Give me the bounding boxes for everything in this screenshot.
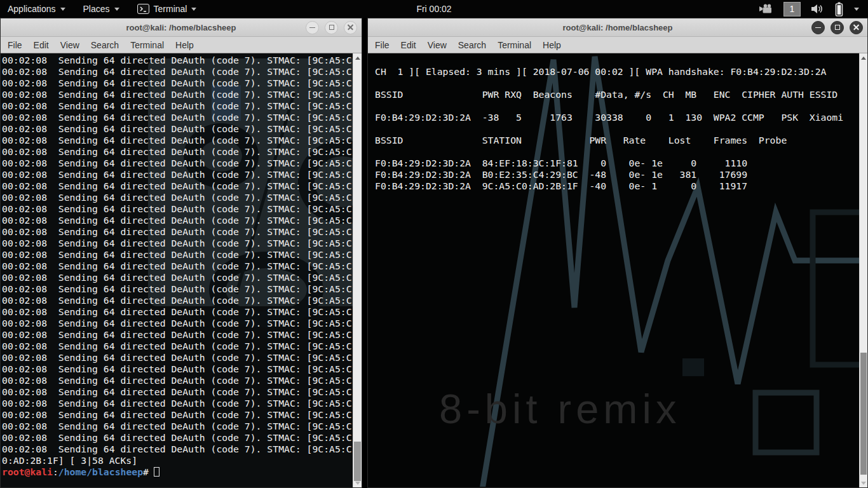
terminal-icon [137,4,149,14]
menu-item-help[interactable]: Help [170,40,200,50]
menu-item-file[interactable]: File [369,40,395,50]
top-bar: Applications Places Terminal Fri 00:02 1 [0,0,868,18]
minimize-icon [309,27,315,28]
close-icon [853,24,860,31]
right-window-buttons [811,18,863,36]
clock[interactable]: Fri 00:02 [416,4,451,14]
places-menu[interactable]: Places [83,4,119,14]
maximize-icon [329,25,334,30]
workspace-indicator[interactable]: 1 [783,2,801,17]
close-button[interactable] [850,21,863,34]
left-window-titlebar[interactable]: root@kali: /home/blacsheep [1,18,362,37]
scrollbar-thumb[interactable] [860,353,867,475]
applications-menu[interactable]: Applications [8,4,65,14]
battery-icon[interactable] [835,2,843,17]
caret-down-icon [114,8,119,11]
menu-item-search[interactable]: Search [85,40,125,50]
left-terminal-screen[interactable]: 00:02:08 Sending 64 directed DeAuth (cod… [1,53,362,487]
maximize-button[interactable] [325,21,338,34]
close-button[interactable] [344,21,357,34]
scroll-up-arrow[interactable] [353,53,362,62]
caret-down-icon[interactable] [854,8,859,11]
left-window-title: root@kali: /home/blacsheep [126,23,236,32]
caret-down-icon [191,8,196,11]
right-window-titlebar[interactable]: root@kali: /home/blacsheep [368,18,867,37]
left-terminal-window: root@kali: /home/blacsheep FileEditViewS… [0,18,362,488]
volume-icon[interactable] [811,4,824,14]
maximize-icon [835,25,840,30]
menu-item-search[interactable]: Search [452,40,492,50]
scroll-up-arrow[interactable] [860,53,867,62]
minimize-button[interactable] [306,21,319,34]
minimize-button[interactable] [811,21,825,34]
top-bar-menus: Applications Places Terminal [0,4,196,14]
right-window-title: root@kali: /home/blacsheep [562,23,672,32]
prompt-user-host: root@kali [2,466,53,477]
scrollbar-thumb[interactable] [354,442,361,481]
scroll-down-arrow[interactable] [353,478,362,487]
left-terminal-output: 00:02:08 Sending 64 directed DeAuth (cod… [2,55,352,466]
scroll-down-arrow[interactable] [860,478,867,487]
menu-item-terminal[interactable]: Terminal [125,40,170,50]
right-terminal-window: root@kali: /home/blacsheep FileEditViewS… [367,18,868,488]
workspace-number: 1 [790,4,795,14]
terminal-cursor [154,467,159,477]
menu-item-edit[interactable]: Edit [28,40,55,50]
applications-menu-label: Applications [8,4,56,14]
left-terminal-scrollbar[interactable] [353,53,362,487]
places-menu-label: Places [83,4,110,14]
left-window-menubar: FileEditViewSearchTerminalHelp [1,37,362,53]
minimize-icon [815,27,821,28]
wallpaper-watermark: 8-bit remix [439,385,681,433]
right-terminal-screen[interactable]: 8-bit remix CH 1 ][ Elapsed: 3 mins ][ 2… [368,53,867,487]
terminal-app-menu[interactable]: Terminal [137,4,197,14]
close-icon [347,24,354,31]
shell-prompt: root@kali:/home/blacsheep# [2,466,159,478]
maximize-button[interactable] [831,21,844,34]
prompt-separator: : [53,466,58,477]
menu-item-help[interactable]: Help [537,40,567,50]
prompt-symbol: # [143,466,149,477]
menu-item-view[interactable]: View [55,40,85,50]
right-window-menubar: FileEditViewSearchTerminalHelp [368,37,867,53]
caret-down-icon [60,8,65,11]
right-terminal-output: CH 1 ][ Elapsed: 3 mins ][ 2018-07-06 00… [375,55,843,192]
terminal-app-menu-label: Terminal [154,4,187,14]
right-terminal-scrollbar[interactable] [859,53,867,487]
menu-item-terminal[interactable]: Terminal [492,40,537,50]
menu-item-view[interactable]: View [422,40,452,50]
menu-item-edit[interactable]: Edit [395,40,422,50]
video-camera-icon[interactable] [759,4,773,14]
menu-item-file[interactable]: File [2,40,28,50]
left-window-buttons [306,18,357,36]
system-tray: 1 [759,2,868,17]
prompt-path: /home/blacsheep [58,466,143,477]
